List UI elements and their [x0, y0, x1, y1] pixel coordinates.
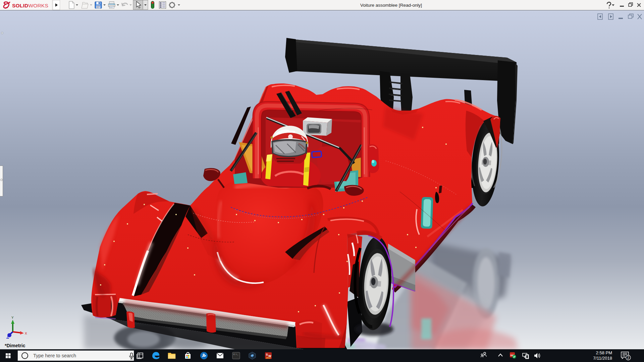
svg-text:2017: 2017 [266, 357, 271, 359]
svg-text:X: X [25, 331, 27, 336]
svg-text:Y: Y [11, 316, 14, 320]
svg-text:SOLIDWORKS: SOLIDWORKS [12, 3, 48, 8]
svg-text:C:\_: C:\_ [233, 353, 238, 356]
svg-text:S: S [266, 353, 268, 356]
svg-text:2: 2 [627, 356, 629, 360]
